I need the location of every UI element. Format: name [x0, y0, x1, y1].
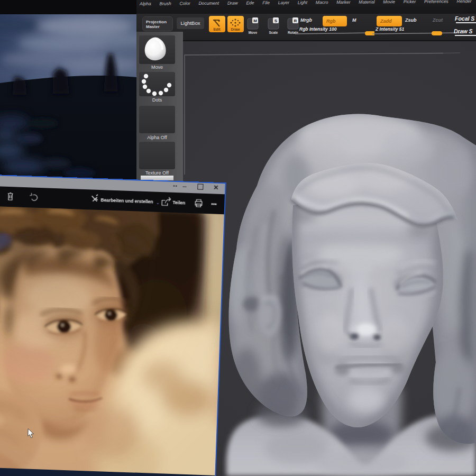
- svg-text:Teilen: Teilen: [172, 200, 185, 206]
- svg-text:S: S: [274, 19, 278, 23]
- svg-text:R: R: [294, 19, 297, 23]
- svg-text:Edit: Edit: [213, 28, 221, 31]
- svg-text:Scale: Scale: [269, 31, 278, 34]
- svg-text:•••: •••: [211, 201, 217, 207]
- svg-text:Draw: Draw: [231, 28, 240, 31]
- svg-text:Move: Move: [249, 31, 258, 34]
- svg-text:Bearbeiten und erstellen: Bearbeiten und erstellen: [100, 197, 153, 204]
- svg-text:⌄: ⌄: [156, 200, 160, 205]
- svg-text:M: M: [253, 19, 257, 23]
